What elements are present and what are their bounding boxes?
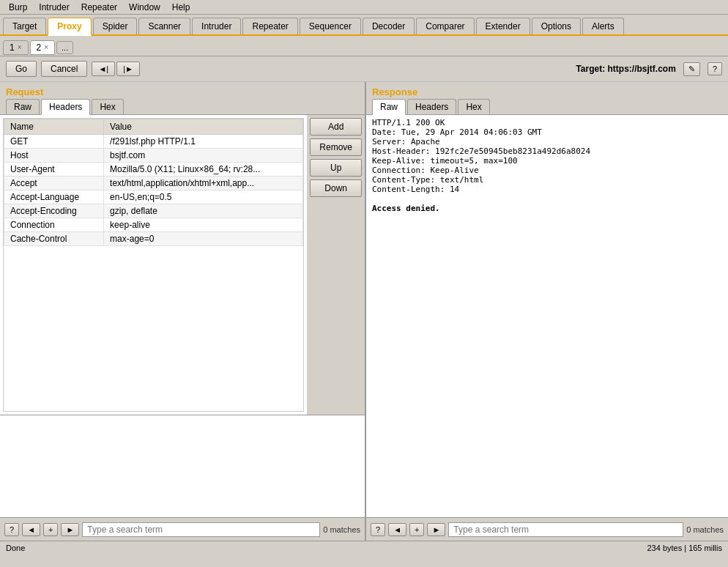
menu-help[interactable]: Help	[166, 1, 196, 14]
response-tab-bar: Raw Headers Hex	[366, 99, 728, 115]
sub-tab-1[interactable]: 1 ×	[3, 40, 29, 55]
table-row[interactable]: Accepttext/html,application/xhtml+xml,ap…	[4, 177, 303, 190]
main-tab-bar: Target Proxy Spider Scanner Intruder Rep…	[0, 15, 728, 36]
response-section-title: Response	[366, 82, 728, 99]
header-value: text/html,application/xhtml+xml,app...	[104, 177, 303, 190]
tab-proxy[interactable]: Proxy	[48, 18, 91, 36]
response-tab-hex[interactable]: Hex	[458, 99, 489, 114]
go-button[interactable]: Go	[6, 61, 37, 77]
request-matches: 0 matches	[323, 525, 360, 534]
request-tab-raw[interactable]: Raw	[6, 99, 40, 114]
toolbar: Go Cancel ◄| |► Target: https://bsjtf.co…	[0, 56, 728, 82]
response-search-bar: ? ◄ + ► 0 matches	[366, 517, 728, 541]
header-name: Accept-Encoding	[4, 204, 104, 218]
header-name: Connection	[4, 218, 104, 232]
header-name: Accept-Language	[4, 190, 104, 204]
header-name: Host	[4, 149, 104, 163]
response-panel: Response Raw Headers Hex HTTP/1.1 200 OK…	[366, 82, 728, 541]
request-search-next-add[interactable]: +	[43, 523, 58, 536]
tab-sequencer[interactable]: Sequencer	[300, 18, 361, 34]
header-name: Cache-Control	[4, 232, 104, 246]
header-value: max-age=0	[104, 232, 303, 246]
down-button[interactable]: Down	[310, 179, 362, 197]
remove-button[interactable]: Remove	[310, 138, 362, 156]
table-row[interactable]: GET/f291lsf.php HTTP/1.1	[4, 135, 303, 149]
header-value: /f291lsf.php HTTP/1.1	[104, 135, 303, 149]
menu-repeater[interactable]: Repeater	[75, 1, 123, 14]
header-name: GET	[4, 135, 104, 149]
response-matches: 0 matches	[686, 525, 724, 534]
menu-bar: Burp Intruder Repeater Window Help	[0, 0, 728, 15]
table-row[interactable]: Accept-Languageen-US,en;q=0.5	[4, 190, 303, 204]
menu-window[interactable]: Window	[123, 1, 166, 14]
tab-comparer[interactable]: Comparer	[416, 18, 474, 34]
tab-extender[interactable]: Extender	[476, 18, 530, 34]
request-search-help[interactable]: ?	[4, 523, 19, 536]
tab-spider[interactable]: Spider	[93, 18, 138, 34]
up-button[interactable]: Up	[310, 159, 362, 177]
request-tab-bar: Raw Headers Hex	[0, 99, 365, 115]
content-area: Request Raw Headers Hex Name Value GET/f…	[0, 82, 728, 541]
response-search-help[interactable]: ?	[371, 523, 385, 536]
table-row[interactable]: Connectionkeep-alive	[4, 218, 303, 232]
request-search-prev[interactable]: ◄	[22, 523, 40, 536]
sub-tab-more[interactable]: ...	[56, 41, 73, 54]
sub-tab-2[interactable]: 2 ×	[30, 40, 56, 55]
request-search-next[interactable]: ►	[61, 523, 79, 536]
request-search-bar: ? ◄ + ► 0 matches	[0, 517, 365, 541]
target-label: Target: https://bsjtf.com	[576, 64, 675, 74]
tab-decoder[interactable]: Decoder	[363, 18, 415, 34]
sub-tab-2-close[interactable]: ×	[44, 43, 48, 51]
request-raw-area[interactable]	[0, 415, 365, 517]
response-search-prev[interactable]: ◄	[388, 523, 406, 536]
forward-button[interactable]: |►	[116, 62, 140, 76]
response-search-next-add[interactable]: +	[409, 523, 424, 536]
response-search-input[interactable]	[448, 522, 683, 537]
sub-tab-1-close[interactable]: ×	[18, 43, 22, 51]
header-value: en-US,en;q=0.5	[104, 190, 303, 204]
col-value: Value	[104, 119, 303, 135]
tab-target[interactable]: Target	[3, 18, 46, 34]
edit-target-button[interactable]: ✎	[683, 62, 700, 76]
table-row[interactable]: Accept-Encodinggzip, deflate	[4, 204, 303, 218]
tab-alerts[interactable]: Alerts	[582, 18, 624, 34]
header-value: bsjtf.com	[104, 149, 303, 163]
request-tab-headers[interactable]: Headers	[41, 99, 90, 115]
add-button[interactable]: Add	[310, 118, 362, 136]
header-name: User-Agent	[4, 163, 104, 177]
tab-scanner[interactable]: Scanner	[138, 18, 190, 34]
tab-options[interactable]: Options	[532, 18, 581, 34]
request-section-title: Request	[0, 82, 365, 99]
request-tab-hex[interactable]: Hex	[92, 99, 123, 114]
back-button[interactable]: ◄|	[92, 62, 115, 76]
menu-intruder[interactable]: Intruder	[33, 1, 75, 14]
status-left: Done	[6, 544, 25, 556]
tab-repeater[interactable]: Repeater	[242, 18, 297, 34]
headers-panel: Name Value GET/f291lsf.php HTTP/1.1Hostb…	[0, 115, 365, 415]
nav-group: ◄| |►	[92, 62, 140, 76]
request-search-input[interactable]	[82, 522, 320, 537]
target-help-button[interactable]: ?	[707, 62, 722, 75]
tab-intruder[interactable]: Intruder	[192, 18, 241, 34]
table-header-row: Name Value	[4, 119, 303, 135]
header-name: Accept	[4, 177, 104, 190]
table-row[interactable]: Hostbsjtf.com	[4, 149, 303, 163]
headers-table: Name Value GET/f291lsf.php HTTP/1.1Hostb…	[4, 119, 303, 246]
table-row[interactable]: Cache-Controlmax-age=0	[4, 232, 303, 246]
response-search-next[interactable]: ►	[427, 523, 445, 536]
action-buttons: Add Remove Up Down	[307, 115, 365, 415]
response-tab-raw[interactable]: Raw	[372, 99, 406, 115]
status-bar: Done 234 bytes | 165 millis	[0, 541, 728, 558]
response-tab-headers[interactable]: Headers	[407, 99, 456, 114]
sub-tab-bar: 1 × 2 × ...	[0, 36, 728, 56]
response-text[interactable]: HTTP/1.1 200 OK Date: Tue, 29 Apr 2014 0…	[366, 115, 728, 517]
table-row[interactable]: User-AgentMozilla/5.0 (X11; Linux×86_64;…	[4, 163, 303, 177]
col-name: Name	[4, 119, 104, 135]
cancel-button[interactable]: Cancel	[41, 61, 87, 77]
headers-table-container[interactable]: Name Value GET/f291lsf.php HTTP/1.1Hostb…	[3, 118, 304, 412]
header-value: Mozilla/5.0 (X11; Linux×86_64; rv:28...	[104, 163, 303, 177]
menu-burp[interactable]: Burp	[3, 1, 33, 14]
header-value: keep-alive	[104, 218, 303, 232]
header-value: gzip, deflate	[104, 204, 303, 218]
sub-tab-1-label: 1	[10, 42, 15, 53]
